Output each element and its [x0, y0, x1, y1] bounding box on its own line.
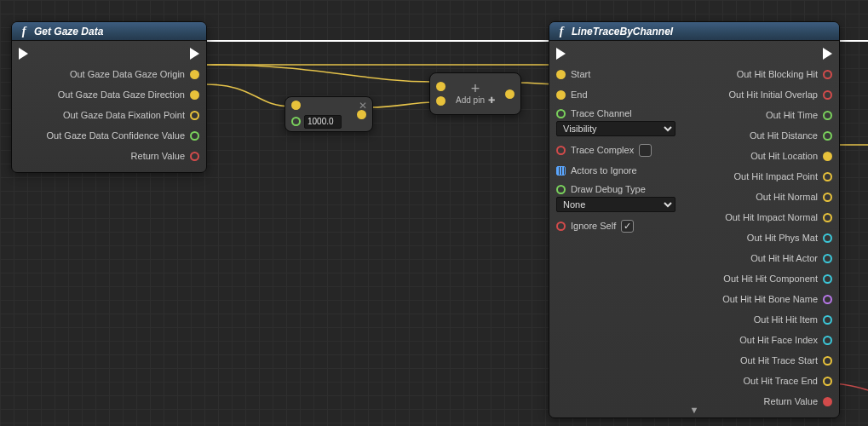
input-pin-1[interactable]: [436, 82, 445, 91]
pin-label: Out Hit Hit Component: [723, 273, 818, 284]
pin-label: Trace Channel: [571, 108, 632, 118]
pin-label: Out Hit Time: [766, 110, 818, 120]
pin-label: Out Hit Initial Overlap: [728, 89, 818, 100]
pin-label: Out Hit Impact Point: [734, 171, 818, 181]
output-pin-sum[interactable]: [505, 89, 514, 99]
node-add[interactable]: + Add pin ✚: [429, 72, 521, 115]
float-input[interactable]: [304, 115, 342, 129]
output-pin-impact-point[interactable]: [823, 172, 832, 181]
node-title: LineTraceByChannel: [572, 26, 673, 37]
pin-label: Out Hit Blocking Hit: [737, 69, 818, 79]
node-header: f LineTraceByChannel: [549, 22, 839, 41]
output-pin-confidence[interactable]: [190, 131, 199, 141]
output-pin-return[interactable]: [823, 397, 832, 406]
input-pin-a[interactable]: [291, 101, 301, 110]
output-pin-time[interactable]: [823, 111, 832, 120]
output-pin-blocking-hit[interactable]: [823, 70, 832, 79]
output-pin-location[interactable]: [823, 152, 832, 161]
input-pin-actors-to-ignore[interactable]: [556, 166, 566, 176]
output-pin-origin[interactable]: [190, 70, 199, 79]
output-pin-initial-overlap[interactable]: [823, 90, 832, 100]
ignore-self-checkbox[interactable]: ✓: [621, 220, 634, 233]
pin-label: Out Hit Normal: [756, 192, 818, 202]
add-pin-label: Add pin: [456, 95, 485, 105]
pin-label: Out Hit Distance: [750, 130, 818, 141]
output-pin-fixation[interactable]: [190, 111, 199, 120]
pin-label: Return Value: [131, 151, 185, 161]
input-pin-end[interactable]: [556, 90, 566, 100]
add-icon: ✚: [488, 95, 495, 105]
node-line-trace-by-channel[interactable]: f LineTraceByChannel Start End Trace Cha…: [549, 21, 840, 418]
pin-label: Out Hit Hit Actor: [750, 253, 818, 263]
plus-icon: +: [471, 83, 480, 95]
output-pin-direction[interactable]: [190, 90, 199, 100]
output-pin-hit-item[interactable]: [823, 315, 832, 325]
pin-label: Out Hit Impact Normal: [725, 212, 818, 222]
output-pin-hit-component[interactable]: [823, 274, 832, 284]
output-pin-impact-normal[interactable]: [823, 213, 832, 222]
output-pin-face-index[interactable]: [823, 336, 832, 345]
pin-label: Out Hit Hit Item: [754, 314, 818, 325]
pin-label: Start: [571, 69, 590, 79]
exec-in-pin[interactable]: [556, 48, 566, 60]
input-pin-draw-debug[interactable]: [556, 185, 566, 194]
output-pin-bone-name[interactable]: [823, 295, 832, 304]
input-pin-ignore-self[interactable]: [556, 222, 566, 231]
output-pin-return[interactable]: [190, 152, 199, 161]
node-get-gaze-data[interactable]: f Get Gaze Data Out Gaze Data Gaze Origi…: [11, 21, 207, 173]
multiply-icon: ✕: [359, 100, 367, 112]
pin-label: Out Gaze Data Gaze Direction: [58, 89, 185, 100]
exec-out-pin[interactable]: [823, 48, 832, 60]
pin-label: Out Hit Location: [750, 151, 818, 161]
exec-in-pin[interactable]: [19, 48, 28, 60]
pin-label: Trace Complex: [571, 145, 634, 155]
pin-label: Out Gaze Data Fixation Point: [63, 110, 185, 120]
pin-label: End: [571, 89, 588, 100]
pin-label: Out Gaze Data Confidence Value: [47, 130, 185, 141]
trace-complex-checkbox[interactable]: [639, 144, 652, 157]
node-title: Get Gaze Data: [34, 26, 103, 37]
pin-label: Out Gaze Data Gaze Origin: [70, 69, 185, 79]
pin-label: Out Hit Face Index: [739, 335, 818, 345]
node-multiply[interactable]: ✕: [285, 96, 373, 132]
pin-label: Out Hit Trace Start: [740, 355, 818, 366]
pin-label: Out Hit Hit Bone Name: [722, 294, 818, 304]
pin-label: Ignore Self: [571, 221, 616, 231]
function-icon: f: [556, 25, 566, 38]
pin-label: Out Hit Phys Mat: [747, 233, 818, 243]
pin-label: Actors to Ignore: [571, 165, 637, 176]
exec-out-pin[interactable]: [190, 48, 199, 60]
pin-label: Return Value: [764, 396, 818, 406]
add-pin-button[interactable]: Add pin ✚: [456, 95, 495, 105]
output-pin-trace-end[interactable]: [823, 377, 832, 386]
input-pin-b[interactable]: [291, 117, 301, 126]
input-pin-start[interactable]: [556, 70, 566, 79]
output-pin-trace-start[interactable]: [823, 356, 832, 366]
output-pin-normal[interactable]: [823, 193, 832, 202]
node-header: f Get Gaze Data: [12, 22, 206, 41]
output-pin-distance[interactable]: [823, 131, 832, 141]
input-pin-trace-complex[interactable]: [556, 146, 566, 155]
pin-label: Draw Debug Type: [571, 184, 646, 194]
expand-chevron-icon[interactable]: ▼: [690, 405, 699, 415]
output-pin-phys-mat[interactable]: [823, 233, 832, 243]
input-pin-trace-channel[interactable]: [556, 109, 566, 118]
draw-debug-select[interactable]: None: [556, 197, 675, 212]
input-pin-2[interactable]: [436, 96, 445, 106]
trace-channel-select[interactable]: Visibility: [556, 121, 675, 136]
pin-label: Out Hit Trace End: [744, 376, 818, 386]
output-pin-hit-actor[interactable]: [823, 254, 832, 263]
function-icon: f: [19, 25, 29, 38]
